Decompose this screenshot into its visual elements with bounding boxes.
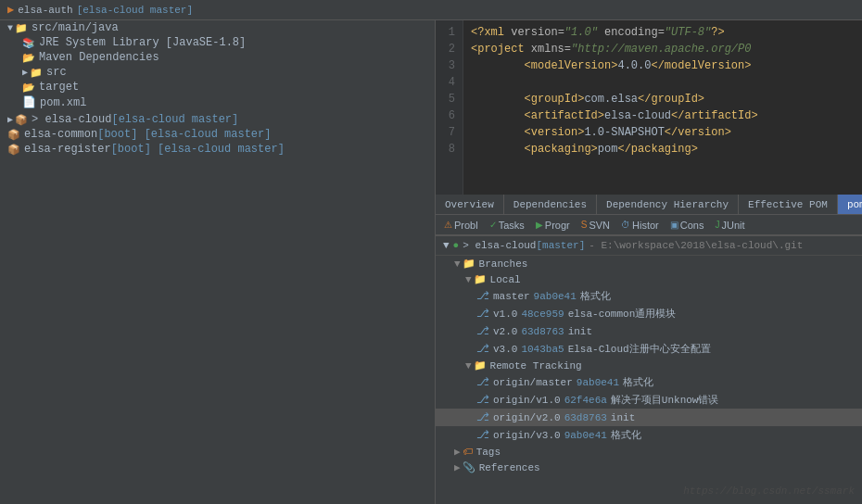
tree-item-src-main-java[interactable]: ▼ 📁 src/main/java [0, 20, 435, 35]
local-folder-icon: 📁 [474, 273, 487, 285]
tab-dependencies[interactable]: Dependencies [504, 195, 597, 214]
tree-item-label: src/main/java [32, 21, 119, 34]
commit-msg: 解决子项目Unknow错误 [611, 393, 719, 407]
git-db-icon: ● [453, 240, 460, 251]
commit-msg: elsa-common通用模块 [568, 307, 677, 321]
references-icon: 📎 [463, 461, 475, 473]
commit-hash: 63d8763 [521, 326, 564, 337]
library-icon: 📚 [22, 37, 35, 49]
branch-name: v3.0 [493, 344, 517, 355]
code-editor: 12345678 <?xml version="1.0" encoding="U… [436, 20, 862, 195]
tree-item-src[interactable]: ▶ 📁 src [0, 65, 435, 80]
title-bar: ▶ elsa-auth [elsa-cloud master] [0, 0, 862, 20]
commit-msg: init [611, 412, 635, 423]
git-remote-folder[interactable]: ▼ 📁 Remote Tracking [436, 358, 862, 373]
history-icon: ⏱ [621, 220, 630, 230]
commit-hash: 48ce959 [521, 309, 564, 320]
git-branch-v1[interactable]: ⎇ v1.0 48ce959 elsa-common通用模块 [436, 305, 862, 322]
tree-item-target[interactable]: 📂 target [0, 80, 435, 94]
tree-item-label: target [39, 81, 79, 94]
git-references-folder[interactable]: ▶ 📎 References [436, 460, 862, 475]
tree-item-elsa-common[interactable]: 📦 elsa-common [boot] [elsa-cloud master] [0, 127, 435, 142]
branch-name: v2.0 [493, 326, 517, 337]
branch-icon: ⎇ [476, 393, 489, 407]
git-branches-folder[interactable]: ▼ 📁 Branches [436, 256, 862, 271]
title-text: elsa-auth [18, 5, 72, 16]
folder-icon: 📁 [30, 67, 43, 79]
git-origin-v2[interactable]: ⎇ origin/v2.0 63d8763 init [436, 409, 862, 426]
branch-icon: ⎇ [476, 410, 489, 424]
toolbar: ⚠ Probl ✓ Tasks ▶ Progr S SVN ⏱ Histor ▣… [436, 215, 862, 235]
git-tags-folder[interactable]: ▶ 🏷 Tags [436, 444, 862, 460]
tree-item-label: Maven Dependencies [39, 51, 159, 64]
tags-label: Tags [476, 447, 501, 458]
junit-icon: J [715, 220, 719, 230]
progress-icon: ▶ [536, 220, 543, 230]
arrow-icon: ▶ [22, 67, 28, 78]
toolbar-btn-problems[interactable]: ⚠ Probl [439, 218, 483, 233]
remote-folder-icon: 📁 [474, 359, 487, 372]
folder-open-icon: 📁 [15, 22, 28, 34]
git-branch-v2[interactable]: ⎇ v2.0 63d8763 init [436, 322, 862, 340]
commit-hash: 9ab0e41 [577, 377, 619, 388]
git-panel: ▼ ● > elsa-cloud [master] - E:\workspace… [436, 235, 862, 504]
code-lines: 12345678 <?xml version="1.0" encoding="U… [436, 20, 862, 195]
svn-icon: S [581, 220, 588, 230]
tab-pom-xml[interactable]: pom.xml [838, 195, 862, 214]
tab-effective-pom[interactable]: Effective POM [739, 195, 838, 214]
arrow-icon: ▼ [7, 23, 13, 33]
code-content: <?xml version="1.0" encoding="UTF-8"?> <… [463, 20, 862, 195]
git-origin-v1[interactable]: ⎇ origin/v1.0 62f4e6a 解决子项目Unknow错误 [436, 391, 862, 409]
tree-item-maven-deps[interactable]: 📂 Maven Dependencies [0, 50, 435, 65]
toolbar-btn-svn[interactable]: S SVN [577, 218, 615, 233]
commit-hash: 9ab0e41 [564, 430, 607, 441]
right-panel: 12345678 <?xml version="1.0" encoding="U… [436, 20, 862, 504]
local-arrow: ▼ [465, 274, 472, 285]
branch-icon: ⎇ [476, 342, 489, 356]
git-origin-master[interactable]: ⎇ origin/master 9ab0e41 格式化 [436, 373, 862, 391]
tree-item-elsa-cloud[interactable]: ▶ 📦 > elsa-cloud [elsa-cloud master] [0, 112, 435, 127]
toolbar-btn-console[interactable]: ▣ Cons [666, 218, 709, 233]
git-branch-label: [master] [536, 240, 585, 251]
folder-icon: 📦 [7, 144, 20, 156]
title-branch: [elsa-cloud master] [77, 5, 193, 16]
tree-item-label: elsa-common [24, 128, 97, 141]
references-arrow: ▶ [454, 461, 461, 473]
branch-icon: ⎇ [476, 307, 489, 321]
branch-icon: ⎇ [476, 375, 489, 389]
toolbar-btn-history[interactable]: ⏱ Histor [616, 218, 664, 233]
toolbar-btn-junit[interactable]: J JUnit [710, 218, 749, 233]
tags-arrow: ▶ [454, 446, 461, 458]
git-branch-master[interactable]: ⎇ master 9ab0e41 格式化 [436, 287, 862, 305]
branch-label: [elsa-cloud master] [111, 113, 238, 126]
tab-overview[interactable]: Overview [436, 195, 504, 214]
tree-item-elsa-register[interactable]: 📦 elsa-register [boot] [elsa-cloud maste… [0, 142, 435, 157]
tree-item-label: elsa-register [24, 143, 111, 156]
commit-hash: 1043ba5 [521, 344, 564, 355]
toolbar-btn-progress[interactable]: ▶ Progr [531, 218, 575, 233]
line-numbers: 12345678 [436, 20, 463, 195]
toolbar-btn-tasks[interactable]: ✓ Tasks [485, 218, 529, 233]
tab-dependency-hierarchy[interactable]: Dependency Hierarchy [597, 195, 739, 214]
tree-item-pom[interactable]: 📄 pom.xml [0, 94, 435, 110]
remote-label: Remote Tracking [490, 360, 582, 372]
branches-arrow: ▼ [454, 258, 461, 270]
remote-arrow: ▼ [465, 360, 472, 372]
branch-name: origin/v1.0 [493, 395, 561, 406]
tags-icon: 🏷 [463, 446, 473, 458]
branch-name: origin/master [493, 377, 573, 388]
branch-icon: ⎇ [476, 324, 489, 338]
git-local-folder[interactable]: ▼ 📁 Local [436, 271, 862, 287]
tree-item-jre[interactable]: 📚 JRE System Library [JavaSE-1.8] [0, 35, 435, 50]
git-origin-v3[interactable]: ⎇ origin/v3.0 9ab0e41 格式化 [436, 426, 862, 444]
git-branch-v3[interactable]: ⎇ v3.0 1043ba5 Elsa-Cloud注册中心安全配置 [436, 340, 862, 358]
branches-label: Branches [479, 258, 528, 270]
folder-icon: 📂 [22, 52, 35, 64]
project-icon: ▶ [7, 3, 14, 17]
commit-msg: 格式化 [623, 375, 653, 389]
tree-item-label: src [46, 66, 67, 79]
folder-icon: 📂 [22, 82, 35, 94]
git-repo-name: > elsa-cloud [463, 240, 536, 251]
git-panel-header: ▼ ● > elsa-cloud [master] - E:\workspace… [436, 236, 862, 256]
branch-name: v1.0 [493, 309, 517, 320]
